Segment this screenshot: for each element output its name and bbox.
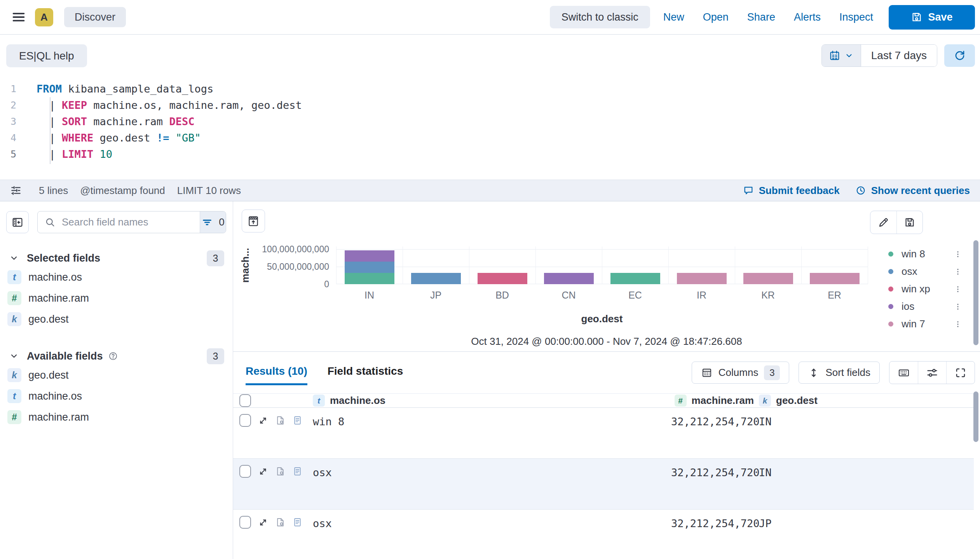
chart-scrollbar-thumb[interactable] (973, 240, 978, 345)
legend-actions-icon[interactable] (954, 302, 962, 311)
legend-actions-icon[interactable] (954, 250, 962, 259)
columns-button[interactable]: Columns 3 (692, 362, 790, 384)
tab-results[interactable]: Results (10) (246, 365, 307, 385)
column-header-machine.ram[interactable]: #machine.ram (671, 395, 754, 407)
cell-machine-ram[interactable]: 32,212,254,720 (671, 510, 754, 529)
legend-item-osx[interactable]: osx (888, 263, 962, 280)
legend-item-ios[interactable]: ios (888, 298, 962, 315)
doc-viewer-icon[interactable] (292, 517, 303, 528)
column-header-geo.dest[interactable]: kgeo.dest (754, 395, 974, 407)
field-item-geo.dest[interactable]: kgeo.dest (0, 365, 233, 386)
legend-item-win-xp[interactable]: win xp (888, 280, 962, 298)
content-area: mach... 100,000,000,00050,000,000,0000 I… (233, 201, 980, 559)
field-section-header[interactable]: Selected fields3 (0, 250, 233, 266)
cell-machine-ram[interactable]: 32,212,254,720 (671, 459, 754, 479)
bar-segment-win-7[interactable] (743, 273, 793, 284)
legend-item-win-8[interactable]: win 8 (888, 245, 962, 263)
cell-machine-ram[interactable]: 32,212,254,720 (671, 408, 754, 428)
code-line[interactable]: 5 | LIMIT 10 (0, 146, 980, 162)
switch-to-classic-button[interactable]: Switch to classic (550, 6, 650, 28)
field-item-geo.dest[interactable]: kgeo.dest (0, 309, 233, 330)
cell-machine-os[interactable]: win 8 (313, 408, 671, 428)
nav-link-open[interactable]: Open (694, 11, 738, 23)
legend-actions-icon[interactable] (954, 267, 962, 276)
editor-settings-icon[interactable] (10, 185, 22, 196)
cell-geo-dest[interactable]: IN (754, 459, 974, 479)
bar-stack[interactable] (677, 273, 727, 284)
bar-stack[interactable] (544, 273, 594, 284)
code-line[interactable]: 2 | KEEP machine.os, machine.ram, geo.de… (0, 97, 980, 113)
save-visualization-button[interactable] (896, 211, 922, 234)
field-item-machine.ram[interactable]: #machine.ram (0, 288, 233, 309)
search-input[interactable] (61, 216, 193, 229)
grid-scrollbar-thumb[interactable] (973, 391, 978, 442)
expand-row-icon[interactable] (258, 517, 269, 528)
esql-help-button[interactable]: ES|QL help (6, 44, 87, 67)
nav-link-inspect[interactable]: Inspect (830, 11, 882, 23)
bar-segment-win-8[interactable] (345, 273, 394, 284)
bar-stack[interactable] (478, 273, 527, 284)
field-item-machine.ram[interactable]: #machine.ram (0, 407, 233, 428)
column-header-machine.os[interactable]: tmachine.os (313, 395, 671, 407)
collapse-sidebar-button[interactable] (6, 211, 29, 233)
show-recent-queries-link[interactable]: Show recent queries (855, 185, 970, 197)
doc-viewer-icon[interactable] (292, 466, 303, 477)
field-item-machine.os[interactable]: tmachine.os (0, 386, 233, 407)
code-line[interactable]: 1FROM kibana_sample_data_logs (0, 80, 980, 97)
keyboard-shortcuts-button[interactable] (889, 362, 918, 384)
legend-actions-icon[interactable] (954, 320, 962, 328)
legend-actions-icon[interactable] (954, 285, 962, 293)
submit-feedback-link[interactable]: Submit feedback (743, 185, 840, 197)
field-item-machine.os[interactable]: tmachine.os (0, 267, 233, 288)
cell-machine-os[interactable]: osx (313, 459, 671, 479)
bar-stack[interactable] (810, 273, 860, 284)
esql-code-editor[interactable]: 1FROM kibana_sample_data_logs2 | KEEP ma… (0, 80, 980, 162)
field-filter-button[interactable]: 0 (200, 211, 226, 233)
nav-link-alerts[interactable]: Alerts (785, 11, 830, 23)
bar-segment-osx[interactable] (345, 262, 394, 273)
code-line[interactable]: 3 | SORT machine.ram DESC (0, 113, 980, 129)
cell-geo-dest[interactable]: JP (754, 510, 974, 529)
doc-viewer-icon[interactable] (292, 415, 303, 426)
fullscreen-button[interactable] (946, 362, 975, 384)
display-options-button[interactable] (918, 362, 946, 384)
dock-chart-button[interactable] (242, 210, 265, 232)
sort-fields-button[interactable]: Sort fields (799, 362, 880, 384)
breadcrumb-discover[interactable]: Discover (64, 7, 126, 27)
cell-geo-dest[interactable]: IN (754, 408, 974, 428)
cell-machine-os[interactable]: osx (313, 510, 671, 529)
code-line[interactable]: 4 | WHERE geo.dest != "GB" (0, 129, 980, 146)
help-icon[interactable] (108, 351, 118, 361)
bar-stack[interactable] (345, 250, 394, 284)
bar-segment-win-8[interactable] (610, 273, 660, 284)
bar-segment-ios[interactable] (345, 250, 394, 262)
bar-segment-ios[interactable] (544, 273, 594, 284)
field-search-field[interactable] (38, 211, 200, 233)
date-picker-quick-menu[interactable] (822, 45, 861, 66)
edit-visualization-button[interactable] (870, 211, 896, 234)
expand-row-icon[interactable] (258, 415, 269, 426)
space-avatar[interactable]: A (35, 8, 53, 26)
select-all-checkbox[interactable] (239, 394, 251, 407)
row-checkbox[interactable] (239, 465, 251, 478)
expand-row-icon[interactable] (258, 466, 269, 477)
time-range-value[interactable]: Last 7 days (861, 45, 937, 66)
bar-segment-osx[interactable] (411, 273, 461, 284)
bar-segment-win-7[interactable] (810, 273, 860, 284)
row-checkbox[interactable] (239, 414, 251, 427)
nav-link-new[interactable]: New (654, 11, 694, 23)
hamburger-menu-button[interactable] (8, 6, 30, 28)
tab-field-statistics[interactable]: Field statistics (328, 365, 403, 385)
time-range-picker[interactable]: Last 7 days (821, 44, 937, 67)
row-checkbox[interactable] (239, 516, 251, 529)
nav-link-share[interactable]: Share (738, 11, 785, 23)
save-button[interactable]: Save (889, 5, 975, 30)
refresh-query-button[interactable] (944, 44, 975, 67)
bar-segment-win-7[interactable] (677, 273, 727, 284)
bar-segment-win-xp[interactable] (478, 273, 527, 284)
bar-stack[interactable] (411, 273, 461, 284)
bar-stack[interactable] (610, 273, 660, 284)
legend-item-win-7[interactable]: win 7 (888, 315, 962, 333)
field-section-header[interactable]: Available fields3 (0, 348, 233, 364)
bar-stack[interactable] (743, 273, 793, 284)
